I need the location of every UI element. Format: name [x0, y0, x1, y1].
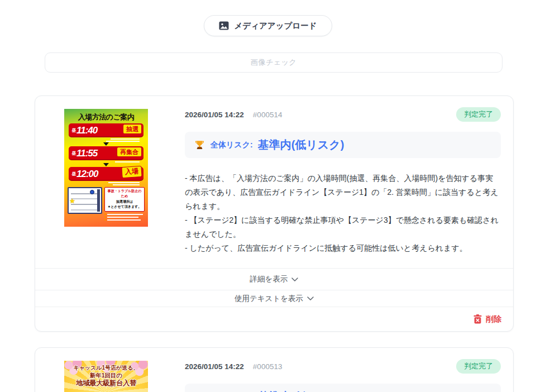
timestamp: 2026/01/05 14:22	[185, 362, 244, 371]
poster-title: キャッスル1号店が送る、 新年1回目の 地域最大級新台入替	[64, 365, 148, 388]
image-icon	[219, 21, 229, 30]
star-icon: ★	[69, 197, 75, 205]
map-marker	[90, 190, 94, 194]
trash-icon	[473, 314, 482, 324]
analysis-text: - 本広告は、「入場方法のご案内」の入場時間(抽選、再集合、入場時間)を告知する…	[185, 171, 501, 255]
overall-risk-bar: 全体リスク: 基準内(低リスク)	[185, 384, 501, 392]
delete-button[interactable]: 削除	[473, 314, 501, 324]
timestamp: 2026/01/05 14:22	[185, 111, 244, 119]
meta-row: 2026/01/05 14:22 #000514 判定完了	[185, 109, 501, 120]
chevron-down-icon	[307, 297, 314, 300]
fine-print	[69, 137, 143, 142]
ad-thumbnail[interactable]: 入場方法のご案内 昼11:40 抽選 昼11:55 再集合	[64, 109, 148, 227]
show-used-text-toggle[interactable]: 使用テキストを表示	[35, 290, 513, 307]
meta-row: 2026/01/05 14:22 #000513 判定完了	[185, 361, 501, 372]
card-footer: 削除	[35, 307, 513, 331]
floor-map: ★	[68, 187, 102, 214]
chevron-down-icon	[291, 278, 298, 281]
poster-title: 入場方法のご案内	[64, 112, 148, 122]
top-bar: メディアアップロード	[0, 0, 536, 36]
schedule-row: 昼11:55 再集合	[69, 146, 143, 160]
delete-label: 削除	[486, 314, 501, 324]
risk-value: 基準内(低リスク)	[258, 137, 344, 152]
media-upload-label: メディアアップロード	[234, 21, 317, 31]
ad-thumbnail[interactable]: キャッスル1号店が送る、 新年1回目の 地域最大級新台入替 新 台 入 替	[64, 361, 148, 392]
image-check-button[interactable]: 画像チェック	[45, 52, 502, 73]
card-main: 入場方法のご案内 昼11:40 抽選 昼11:55 再集合	[35, 96, 513, 268]
schedule-row: 昼12:00 入場	[69, 167, 143, 181]
judgement-card: 入場方法のご案内 昼11:40 抽選 昼11:55 再集合	[35, 95, 514, 332]
overall-risk-bar: 全体リスク: 基準内(低リスク)	[185, 132, 501, 158]
entry-id: #000514	[253, 111, 283, 119]
down-triangle-icon	[103, 142, 109, 146]
fine-print	[104, 213, 145, 221]
notice-box: 事故・トラブル防止のため 抽選場所は ★とさせて頂きます。	[104, 187, 145, 212]
schedule-row: 昼11:40 抽選	[69, 123, 143, 137]
status-badge: 判定完了	[456, 359, 501, 374]
status-badge: 判定完了	[456, 107, 501, 122]
judgement-card: キャッスル1号店が送る、 新年1回目の 地域最大級新台入替 新 台 入 替 20…	[35, 347, 514, 392]
show-details-toggle[interactable]: 詳細を表示	[35, 268, 513, 290]
fine-print	[69, 181, 143, 185]
trophy-icon	[194, 140, 205, 150]
entry-id: #000513	[253, 362, 283, 371]
risk-label: 全体リスク:	[210, 140, 253, 150]
card-main: キャッスル1号店が送る、 新年1回目の 地域最大級新台入替 新 台 入 替 20…	[35, 348, 513, 392]
down-triangle-icon	[103, 163, 109, 166]
media-upload-button[interactable]: メディアアップロード	[204, 15, 332, 36]
poster-schedule: 昼11:40 抽選 昼11:55 再集合 昼12:00	[64, 122, 148, 185]
image-check-label: 画像チェック	[251, 58, 296, 68]
poster-footer: ★ 事故・トラブル防止のため 抽選場所は ★とさせて頂きます。	[64, 185, 148, 221]
fine-print	[69, 160, 143, 162]
risk-value: 基準内(低リスク)	[258, 389, 344, 392]
